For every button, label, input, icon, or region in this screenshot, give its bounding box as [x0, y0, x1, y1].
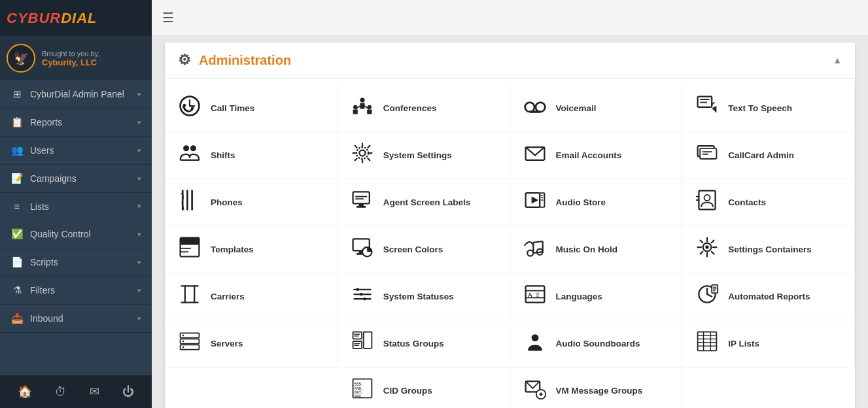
users-label: Users — [30, 145, 54, 156]
svg-point-22 — [359, 150, 365, 156]
conferences-icon — [351, 94, 374, 122]
svg-point-11 — [525, 103, 534, 112]
languages-label: Languages — [556, 292, 602, 301]
clock-icon[interactable]: ⏱ — [51, 381, 71, 403]
admin-item-vm-message-groups[interactable]: VM Message Groups — [510, 367, 683, 408]
cid-groups-label: CID Groups — [383, 386, 432, 396]
text-to-speech-icon — [695, 94, 719, 122]
svg-rect-6 — [360, 103, 364, 109]
admin-item-audio-soundboards[interactable]: Audio Soundboards — [510, 320, 683, 367]
audio-soundboards-label: Audio Soundboards — [556, 339, 640, 348]
admin-item-shifts[interactable]: Shifts — [165, 132, 338, 179]
admin-panel-icon: ⊞ — [10, 88, 24, 100]
admin-item-callcard-admin[interactable]: CallCard Admin — [682, 132, 855, 179]
gear-icon: ⚙ — [178, 52, 191, 69]
svg-rect-7 — [353, 109, 357, 114]
lists-label: Lists — [30, 201, 49, 212]
admin-item-email-accounts[interactable]: Email Accounts — [510, 132, 683, 179]
admin-item-cid-groups[interactable]: 555- 998- 997- 996- CID Groups — [338, 367, 510, 408]
quality-control-icon: ✅ — [10, 228, 24, 240]
agent-screen-labels-icon — [351, 188, 374, 216]
sidebar-item-quality-control[interactable]: ✅ Quality Control ▾ — [0, 220, 152, 248]
agent-screen-labels-label: Agent Screen Labels — [383, 197, 471, 207]
sidebar-item-admin-panel[interactable]: ⊞ CyburDial Admin Panel ▾ — [0, 80, 152, 109]
filters-icon: ⚗ — [10, 284, 24, 296]
sidebar-logo-header: CYBURDIAL — [0, 0, 152, 36]
svg-rect-30 — [358, 203, 363, 206]
sidebar-item-inbound[interactable]: 📥 Inbound ▾ — [0, 305, 152, 333]
admin-item-conferences[interactable]: Conferences — [338, 85, 510, 132]
admin-item-voicemail[interactable]: Voicemail — [510, 85, 683, 132]
music-on-hold-label: Music On Hold — [556, 245, 618, 254]
vm-message-groups-icon — [523, 377, 547, 405]
svg-rect-88 — [353, 332, 362, 339]
svg-point-20 — [190, 145, 196, 151]
filters-label: Filters — [30, 285, 55, 296]
templates-icon — [178, 235, 201, 264]
sidebar-item-scripts[interactable]: 📄 Scripts ▾ — [0, 248, 152, 277]
sidebar-item-users[interactable]: 👥 Users ▾ — [0, 137, 152, 165]
email-accounts-icon — [523, 141, 547, 169]
logo-part1: CYBUR — [7, 10, 61, 26]
svg-point-87 — [182, 347, 184, 348]
svg-text:文: 文 — [535, 292, 540, 298]
contacts-label: Contacts — [728, 197, 766, 207]
admin-item-templates[interactable]: Templates — [165, 226, 338, 273]
admin-item-text-to-speech[interactable]: Text To Speech — [682, 85, 855, 132]
logo-part2: DIAL — [61, 10, 97, 26]
scripts-icon: 📄 — [10, 256, 24, 268]
svg-point-67 — [356, 288, 359, 292]
administration-panel-header: ⚙ Administration ▲ — [165, 42, 855, 78]
admin-item-settings-containers[interactable]: Settings Containers — [682, 226, 855, 273]
svg-point-19 — [183, 145, 189, 151]
sidebar-item-campaigns[interactable]: 📝 Campaigns ▾ — [0, 165, 152, 193]
power-icon[interactable]: ⏻ — [118, 381, 138, 403]
callcard-admin-icon — [695, 141, 719, 169]
admin-item-system-settings[interactable]: System Settings — [338, 132, 510, 179]
admin-item-automated-reports[interactable]: Automated Reports — [682, 273, 855, 320]
sidebar-item-filters[interactable]: ⚗ Filters ▾ — [0, 277, 152, 305]
admin-item-agent-screen-labels[interactable]: Agent Screen Labels — [338, 179, 510, 226]
email-accounts-label: Email Accounts — [556, 150, 622, 160]
collapse-button[interactable]: ▲ — [833, 55, 842, 65]
ip-lists-icon — [695, 330, 719, 358]
admin-item-status-groups[interactable]: Status Groups — [338, 320, 510, 367]
admin-item-audio-store[interactable]: Audio Store — [510, 179, 683, 226]
admin-item-ip-lists[interactable]: IP Lists — [682, 320, 855, 367]
hamburger-menu-button[interactable]: ☰ — [162, 10, 174, 26]
admin-item-carriers[interactable]: Carriers — [165, 273, 338, 320]
brought-by-label: Brought to you by, — [42, 50, 99, 58]
audio-store-label: Audio Store — [556, 197, 606, 207]
svg-text:A: A — [528, 292, 532, 298]
conferences-label: Conferences — [383, 103, 437, 113]
admin-item-call-times[interactable]: Call Times — [165, 85, 338, 132]
sidebar-item-reports[interactable]: 📋 Reports ▾ — [0, 109, 152, 137]
admin-item-system-statuses[interactable]: System Statuses — [338, 273, 510, 320]
svg-point-59 — [706, 245, 709, 248]
chevron-down-icon: ▾ — [137, 175, 141, 183]
svg-point-68 — [360, 293, 363, 296]
sidebar: CYBURDIAL 🦅 Brought to you by, Cyburity,… — [0, 0, 152, 408]
chevron-down-icon: ▾ — [137, 286, 141, 295]
sidebar-item-lists[interactable]: ≡ Lists ▾ — [0, 193, 152, 220]
administration-panel: ⚙ Administration ▲ Ca — [165, 42, 855, 408]
automated-reports-label: Automated Reports — [728, 292, 810, 301]
content-area: ⚙ Administration ▲ Ca — [152, 36, 868, 408]
email-icon[interactable]: ✉ — [86, 381, 103, 403]
reports-label: Reports — [30, 117, 62, 128]
home-icon[interactable]: 🏠 — [14, 381, 36, 403]
cid-groups-icon: 555- 998- 997- 996- — [351, 377, 374, 405]
admin-item-languages[interactable]: A 文 Languages — [510, 273, 683, 320]
svg-marker-17 — [712, 106, 716, 113]
svg-rect-8 — [367, 109, 372, 114]
templates-label: Templates — [211, 245, 254, 254]
svg-point-85 — [182, 335, 184, 337]
shifts-icon — [178, 141, 201, 169]
admin-item-contacts[interactable]: Contacts — [682, 179, 855, 226]
admin-item-phones[interactable]: Phones — [165, 179, 338, 226]
admin-item-screen-colors[interactable]: Screen Colors — [338, 226, 510, 273]
sidebar-nav: ⊞ CyburDial Admin Panel ▾ 📋 Reports ▾ 👥 … — [0, 80, 152, 375]
admin-item-music-on-hold[interactable]: Music On Hold — [510, 226, 683, 273]
audio-store-icon — [523, 188, 547, 216]
admin-item-servers[interactable]: Servers — [165, 320, 338, 367]
